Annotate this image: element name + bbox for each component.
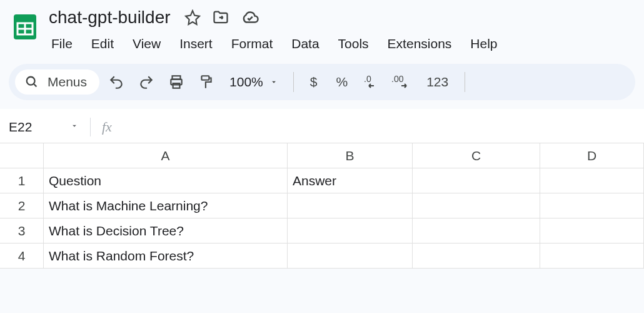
cell[interactable] (288, 218, 413, 244)
svg-text:.0: .0 (364, 74, 371, 84)
menu-tools[interactable]: Tools (330, 33, 378, 55)
svg-line-5 (34, 84, 37, 87)
svg-rect-9 (201, 76, 209, 80)
zoom-dropdown[interactable]: 100% (223, 74, 284, 90)
svg-text:.00: .00 (391, 74, 404, 84)
cell[interactable] (540, 218, 644, 244)
cell[interactable]: Question (44, 168, 288, 193)
fx-label: fx (102, 119, 112, 135)
toolbar-separator (465, 72, 465, 92)
cell[interactable]: Answer (288, 168, 413, 193)
cell[interactable] (413, 168, 540, 193)
increase-decimal-button[interactable]: .00 (389, 69, 415, 95)
move-folder-icon[interactable] (212, 9, 229, 26)
formula-bar-separator (90, 118, 91, 136)
menu-data[interactable]: Data (283, 33, 328, 55)
cell[interactable] (540, 244, 644, 269)
row-header[interactable]: 2 (0, 193, 44, 218)
search-menus[interactable]: Menus (15, 69, 99, 95)
cell[interactable] (540, 193, 644, 218)
cell[interactable] (413, 218, 540, 244)
menu-help[interactable]: Help (461, 33, 506, 55)
paint-format-button[interactable] (193, 69, 219, 95)
cloud-status-icon[interactable] (241, 8, 259, 27)
menu-file[interactable]: File (43, 33, 81, 55)
spreadsheet-grid: A B C D 1 Question Answer 2 What is Mach… (0, 143, 644, 269)
star-icon[interactable] (184, 9, 201, 26)
chevron-down-icon (269, 78, 278, 86)
sheets-logo (9, 5, 41, 49)
row-header[interactable]: 1 (0, 168, 44, 193)
app-header: chat-gpt-builder File Edit View Insert F… (0, 0, 644, 55)
select-all-corner[interactable] (0, 143, 44, 168)
cell[interactable] (540, 168, 644, 193)
menu-format[interactable]: Format (223, 33, 282, 55)
cell[interactable]: What is Decision Tree? (44, 218, 288, 244)
menus-label: Menus (48, 74, 87, 90)
formula-bar: E22 fx (0, 109, 644, 143)
menu-extensions[interactable]: Extensions (379, 33, 461, 55)
menu-insert[interactable]: Insert (171, 33, 221, 55)
undo-button[interactable] (103, 69, 129, 95)
col-header-d[interactable]: D (540, 143, 644, 168)
redo-button[interactable] (133, 69, 159, 95)
cell[interactable] (288, 193, 413, 218)
row-header[interactable]: 4 (0, 244, 44, 269)
row-header[interactable]: 3 (0, 218, 44, 244)
menu-view[interactable]: View (124, 33, 169, 55)
menu-bar: File Edit View Insert Format Data Tools … (43, 33, 635, 55)
svg-point-4 (27, 77, 35, 85)
currency-button[interactable]: $ (303, 74, 325, 90)
toolbar-separator (293, 72, 294, 92)
toolbar: Menus 100% $ % .0 .00 123 (9, 64, 635, 100)
name-box[interactable]: E22 (9, 120, 59, 135)
col-header-c[interactable]: C (413, 143, 540, 168)
format-123-button[interactable]: 123 (419, 74, 456, 90)
percent-button[interactable]: % (328, 74, 355, 90)
search-icon (25, 75, 39, 89)
zoom-value: 100% (229, 74, 263, 90)
cell[interactable] (413, 244, 540, 269)
menu-edit[interactable]: Edit (83, 33, 123, 55)
cell[interactable] (413, 193, 540, 218)
decrease-decimal-button[interactable]: .0 (359, 69, 385, 95)
print-button[interactable] (163, 69, 189, 95)
col-header-b[interactable]: B (288, 143, 413, 168)
col-header-a[interactable]: A (44, 143, 288, 168)
cell[interactable]: What is Random Forest? (44, 244, 288, 269)
name-box-dropdown[interactable] (70, 121, 79, 133)
cell[interactable] (288, 244, 413, 269)
document-title[interactable]: chat-gpt-builder (46, 6, 173, 29)
cell[interactable]: What is Machine Learning? (44, 193, 288, 218)
